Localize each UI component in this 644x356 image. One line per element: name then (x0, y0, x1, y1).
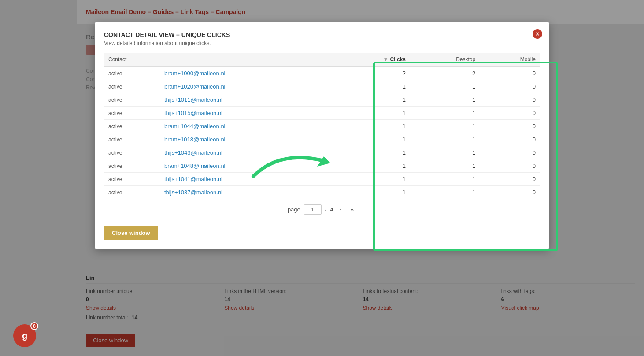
col-desktop: Desktop (410, 53, 480, 67)
table-row: active bram+1000@maileon.nl 2 2 0 (104, 67, 540, 80)
page-total: 4 (330, 206, 333, 213)
page-label: page (288, 206, 300, 213)
row-desktop: 2 (410, 67, 480, 80)
row-desktop: 1 (410, 146, 480, 159)
row-clicks: 1 (333, 80, 410, 93)
modal-close-button[interactable]: × (533, 29, 542, 39)
close-window-button[interactable]: Close window (104, 226, 158, 240)
col-mobile: Mobile (480, 53, 540, 67)
contact-detail-modal: CONTACT DETAIL VIEW – UNIQUE CLICKS View… (95, 22, 549, 249)
modal-header: CONTACT DETAIL VIEW – UNIQUE CLICKS View… (104, 31, 540, 46)
row-desktop: 1 (410, 173, 480, 186)
row-email[interactable]: bram+1020@maileon.nl (160, 80, 333, 93)
table-row: active bram+1044@maileon.nl 1 1 0 (104, 120, 540, 133)
row-clicks: 1 (333, 120, 410, 133)
row-email[interactable]: bram+1018@maileon.nl (160, 133, 333, 146)
row-email[interactable]: bram+1048@maileon.nl (160, 159, 333, 173)
contact-table: Contact ▼Clicks Desktop Mobile active br… (104, 53, 540, 199)
row-mobile: 0 (480, 80, 540, 93)
row-clicks: 1 (333, 173, 410, 186)
row-mobile: 0 (480, 107, 540, 120)
row-email[interactable]: thijs+1041@maileon.nl (160, 173, 333, 186)
row-email[interactable]: thijs+1037@maileon.nl (160, 186, 333, 199)
page-separator: / (325, 206, 327, 213)
avatar[interactable]: g 8 (13, 324, 36, 347)
row-email[interactable]: thijs+1043@maileon.nl (160, 146, 333, 159)
page-input[interactable] (304, 204, 322, 215)
row-email[interactable]: thijs+1015@maileon.nl (160, 107, 333, 120)
row-mobile: 0 (480, 93, 540, 107)
row-status: active (104, 133, 160, 146)
notification-badge: 8 (30, 322, 38, 330)
col-contact: Contact (104, 53, 333, 67)
row-mobile: 0 (480, 120, 540, 133)
row-status: active (104, 93, 160, 107)
table-row: active thijs+1041@maileon.nl 1 1 0 (104, 173, 540, 186)
last-page-button[interactable]: » (348, 205, 356, 214)
row-mobile: 0 (480, 186, 540, 199)
modal-title: CONTACT DETAIL VIEW – UNIQUE CLICKS (104, 31, 540, 38)
row-desktop: 1 (410, 107, 480, 120)
col-clicks[interactable]: ▼Clicks (333, 53, 410, 67)
row-clicks: 1 (333, 133, 410, 146)
row-status: active (104, 80, 160, 93)
row-desktop: 1 (410, 80, 480, 93)
sort-arrow-icon: ▼ (383, 56, 389, 63)
row-clicks: 1 (333, 146, 410, 159)
row-status: active (104, 67, 160, 80)
row-clicks: 1 (333, 93, 410, 107)
row-clicks: 1 (333, 186, 410, 199)
row-email[interactable]: bram+1044@maileon.nl (160, 120, 333, 133)
row-desktop: 1 (410, 120, 480, 133)
table-row: active thijs+1015@maileon.nl 1 1 0 (104, 107, 540, 120)
table-row: active bram+1020@maileon.nl 1 1 0 (104, 80, 540, 93)
avatar-notification[interactable]: g 8 (13, 324, 36, 347)
row-status: active (104, 159, 160, 173)
row-mobile: 0 (480, 67, 540, 80)
row-clicks: 2 (333, 67, 410, 80)
row-status: active (104, 146, 160, 159)
row-desktop: 1 (410, 159, 480, 173)
row-status: active (104, 186, 160, 199)
row-mobile: 0 (480, 133, 540, 146)
row-clicks: 1 (333, 107, 410, 120)
table-row: active thijs+1043@maileon.nl 1 1 0 (104, 146, 540, 159)
row-mobile: 0 (480, 159, 540, 173)
table-body: active bram+1000@maileon.nl 2 2 0 active… (104, 67, 540, 199)
modal-subtitle: View detailed information about unique c… (104, 40, 540, 46)
row-status: active (104, 107, 160, 120)
table-row: active bram+1018@maileon.nl 1 1 0 (104, 133, 540, 146)
row-mobile: 0 (480, 173, 540, 186)
table-row: active thijs+1037@maileon.nl 1 1 0 (104, 186, 540, 199)
row-mobile: 0 (480, 146, 540, 159)
row-desktop: 1 (410, 186, 480, 199)
row-desktop: 1 (410, 93, 480, 107)
table-row: active bram+1048@maileon.nl 1 1 0 (104, 159, 540, 173)
row-status: active (104, 173, 160, 186)
row-email[interactable]: bram+1000@maileon.nl (160, 67, 333, 80)
table-row: active thijs+1011@maileon.nl 1 1 0 (104, 93, 540, 107)
pagination: page / 4 › » (104, 199, 540, 215)
avatar-letter: g (22, 331, 27, 341)
row-email[interactable]: thijs+1011@maileon.nl (160, 93, 333, 107)
table-header-row: Contact ▼Clicks Desktop Mobile (104, 53, 540, 67)
next-page-button[interactable]: › (337, 205, 344, 214)
modal-footer: Close window (104, 219, 540, 240)
row-clicks: 1 (333, 159, 410, 173)
row-desktop: 1 (410, 133, 480, 146)
row-status: active (104, 120, 160, 133)
